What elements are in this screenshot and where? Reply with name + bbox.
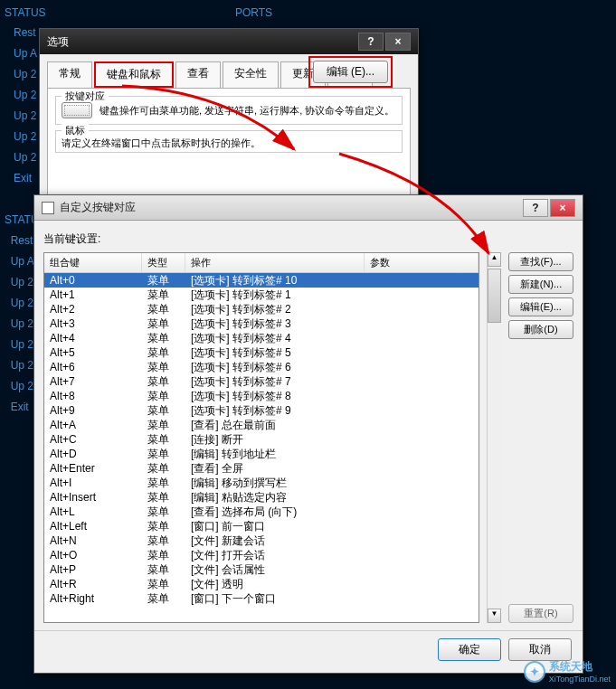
new-button[interactable]: 新建(N)... xyxy=(508,275,573,294)
scroll-thumb[interactable] xyxy=(488,269,501,323)
keymap-dialog: 自定义按键对应 ? × 当前键设置: 组合键 类型 操作 参数 Alt+0菜单[… xyxy=(33,194,583,674)
watermark-url: XiTongTianDi.net xyxy=(549,675,611,684)
find-button[interactable]: 查找(F)... xyxy=(508,252,573,271)
scrollbar[interactable]: ▲ ▼ xyxy=(487,252,501,623)
help-icon: ? xyxy=(367,35,374,48)
delete-button[interactable]: 删除(D) xyxy=(508,320,573,339)
edit-button[interactable]: 编辑 (E)... xyxy=(313,61,388,83)
table-row[interactable]: Alt+Insert菜单[编辑] 粘贴选定内容 xyxy=(44,490,479,505)
close-icon: × xyxy=(394,35,401,48)
keyboard-icon xyxy=(62,102,92,118)
tab-0[interactable]: 常规 xyxy=(47,61,92,88)
edit-button-highlight: 编辑 (E)... xyxy=(308,56,393,88)
mouse-group-title: 鼠标 xyxy=(62,124,89,137)
watermark-icon: ✦ xyxy=(524,661,545,683)
col-action[interactable]: 操作 xyxy=(185,253,365,272)
app-icon xyxy=(42,202,54,214)
table-row[interactable]: Alt+I菜单[编辑] 移动到撰写栏 xyxy=(44,476,479,490)
side-buttons: 查找(F)... 新建(N)... 编辑(E)... 删除(D) 重置(R) xyxy=(508,252,573,623)
keymap-description: 键盘操作可由菜单功能, 发送字符串, 运行脚本, 协议命令等自定义。 xyxy=(100,104,396,118)
table-row[interactable]: Alt+8菜单[选项卡] 转到标签# 8 xyxy=(44,389,479,403)
table-row[interactable]: Alt+9菜单[选项卡] 转到标签# 9 xyxy=(44,403,479,418)
options-tab-content: 按键对应 键盘操作可由菜单功能, 发送字符串, 运行脚本, 协议命令等自定义。 … xyxy=(47,88,411,205)
reset-button[interactable]: 重置(R) xyxy=(508,604,573,623)
mouse-description: 请定义在终端窗口中点击鼠标时执行的操作。 xyxy=(62,137,261,148)
scroll-down-icon[interactable]: ▼ xyxy=(488,609,501,623)
table-row[interactable]: Alt+A菜单[查看] 总在最前面 xyxy=(44,418,479,432)
edit-button[interactable]: 编辑(E)... xyxy=(508,297,573,316)
table-row[interactable]: Alt+R菜单[文件] 透明 xyxy=(44,577,479,591)
current-keys-label: 当前键设置: xyxy=(43,231,573,247)
keymap-group-title: 按键对应 xyxy=(62,90,109,103)
watermark-name: 系统天地 xyxy=(549,659,611,675)
table-row[interactable]: Alt+5菜单[选项卡] 转到标签# 5 xyxy=(44,345,479,360)
table-row[interactable]: Alt+D菜单[编辑] 转到地址栏 xyxy=(44,447,479,461)
keymap-groupbox: 按键对应 键盘操作可由菜单功能, 发送字符串, 运行脚本, 协议命令等自定义。 … xyxy=(55,96,403,125)
table-row[interactable]: Alt+1菜单[选项卡] 转到标签# 1 xyxy=(44,288,479,302)
table-row[interactable]: Alt+Enter菜单[查看] 全屏 xyxy=(44,461,479,476)
table-row[interactable]: Alt+4菜单[选项卡] 转到标签# 4 xyxy=(44,331,479,345)
options-titlebar[interactable]: 选项 ? × xyxy=(40,29,418,54)
help-button[interactable]: ? xyxy=(523,199,548,217)
tab-2[interactable]: 查看 xyxy=(175,61,221,88)
help-button[interactable]: ? xyxy=(358,33,384,51)
table-row[interactable]: Alt+C菜单[连接] 断开 xyxy=(44,432,479,447)
table-row[interactable]: Alt+0菜单[选项卡] 转到标签# 10 xyxy=(44,273,479,288)
table-row[interactable]: Alt+N菜单[文件] 新建会话 xyxy=(44,533,479,548)
keymap-listview[interactable]: 组合键 类型 操作 参数 Alt+0菜单[选项卡] 转到标签# 10Alt+1菜… xyxy=(43,252,479,623)
term-header-ports: PORTS xyxy=(235,3,272,24)
close-button[interactable]: × xyxy=(385,33,411,51)
dialog-footer: 确定 取消 xyxy=(34,630,583,668)
table-row[interactable]: Alt+L菜单[查看] 选择布局 (向下) xyxy=(44,505,479,519)
ok-button[interactable]: 确定 xyxy=(438,638,501,661)
close-button[interactable]: × xyxy=(550,199,575,217)
watermark: ✦ 系统天地 XiTongTianDi.net xyxy=(524,659,611,684)
table-row[interactable]: Alt+2菜单[选项卡] 转到标签# 2 xyxy=(44,302,479,316)
table-row[interactable]: Alt+Left菜单[窗口] 前一窗口 xyxy=(44,519,479,533)
table-row[interactable]: Alt+O菜单[文件] 打开会话 xyxy=(44,548,479,562)
table-row[interactable]: Alt+Right菜单[窗口] 下一个窗口 xyxy=(44,591,479,606)
col-type[interactable]: 类型 xyxy=(142,253,185,272)
tab-3[interactable]: 安全性 xyxy=(223,61,279,88)
scroll-up-icon[interactable]: ▲ xyxy=(488,252,501,267)
term-header-status: STATUS xyxy=(5,3,46,24)
keymap-title: 自定义按键对应 xyxy=(60,200,521,215)
tab-1[interactable]: 键盘和鼠标 xyxy=(94,61,174,88)
options-dialog: 选项 ? × 常规键盘和鼠标查看安全性更新高级 按键对应 键盘操作可由菜单功能,… xyxy=(39,28,419,195)
table-row[interactable]: Alt+6菜单[选项卡] 转到标签# 6 xyxy=(44,360,479,374)
col-param[interactable]: 参数 xyxy=(365,253,479,272)
mouse-groupbox: 鼠标 请定义在终端窗口中点击鼠标时执行的操作。 xyxy=(55,130,403,153)
options-title: 选项 xyxy=(47,34,356,50)
table-row[interactable]: Alt+P菜单[文件] 会话属性 xyxy=(44,562,479,577)
table-row[interactable]: Alt+7菜单[选项卡] 转到标签# 7 xyxy=(44,374,479,389)
col-combo[interactable]: 组合键 xyxy=(44,253,142,272)
table-row[interactable]: Alt+3菜单[选项卡] 转到标签# 3 xyxy=(44,316,479,331)
keymap-titlebar[interactable]: 自定义按键对应 ? × xyxy=(34,195,583,221)
listview-header: 组合键 类型 操作 参数 xyxy=(44,253,479,273)
cancel-button[interactable]: 取消 xyxy=(508,638,572,661)
